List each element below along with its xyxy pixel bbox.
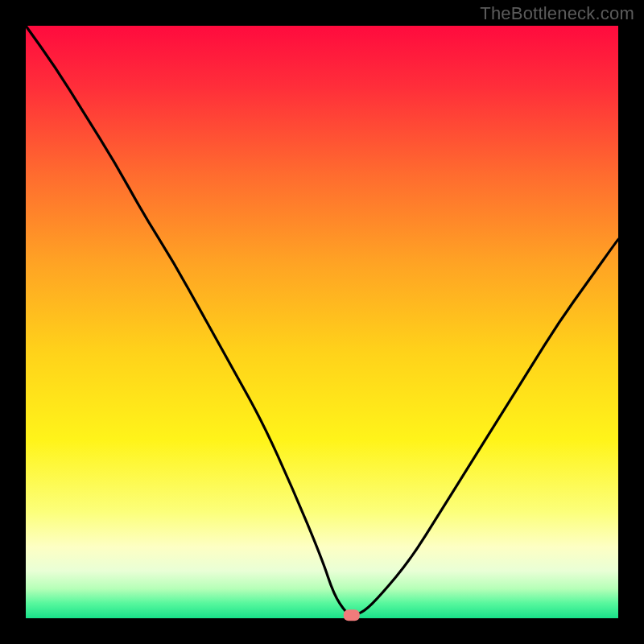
plot-background <box>26 26 618 618</box>
chart-frame: TheBottleneck.com <box>0 0 644 644</box>
optimal-marker <box>344 609 360 621</box>
watermark-text: TheBottleneck.com <box>480 3 634 24</box>
bottleneck-chart <box>0 0 644 644</box>
